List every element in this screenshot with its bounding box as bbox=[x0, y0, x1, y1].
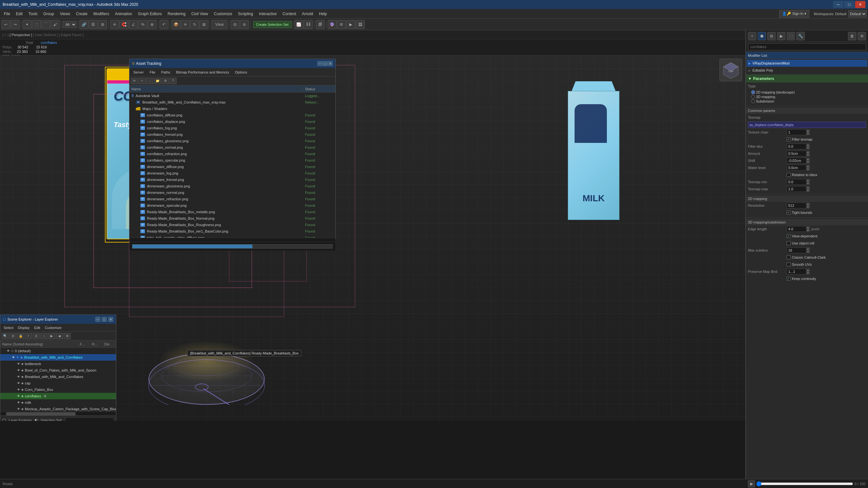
se-item-mockup[interactable]: 👁 ◈ Mockup_Aseptic_Carton_Package_with_S… bbox=[0, 406, 116, 412]
se-minimize-button[interactable]: ─ bbox=[95, 317, 100, 322]
viewport-3d[interactable]: CORNFLAKES Tasty Breakfast GLUTENFREE bbox=[0, 56, 745, 421]
se-item-cornflakes[interactable]: 👁 ◈ cornflakes ❄ bbox=[0, 393, 116, 399]
render-frame-button[interactable]: 🖼 bbox=[356, 20, 365, 29]
curve-editor-button[interactable]: 📈 bbox=[294, 20, 303, 29]
filter-texmap-check[interactable] bbox=[787, 137, 790, 141]
at-row-cornflakes-normal[interactable]: P cornflakes_normal.png Found bbox=[129, 144, 335, 151]
percent-snap-button[interactable]: % bbox=[138, 20, 147, 29]
se-menu-display[interactable]: Display bbox=[16, 325, 32, 330]
lasso-button[interactable]: ⌒ bbox=[41, 20, 50, 29]
at-row-cornflakes-refraction[interactable]: P cornflakes_refraction.png Found bbox=[129, 151, 335, 157]
rp-hierarchy-button[interactable]: ⊞ bbox=[767, 32, 776, 40]
filter-texmap-checkbox[interactable]: Filter texmap bbox=[787, 137, 812, 141]
se-remove-button[interactable]: ⊖ bbox=[33, 333, 40, 339]
se-options-button[interactable]: ⚙ bbox=[64, 333, 71, 339]
at-row-dinnerware-normal[interactable]: P dinnerware_normal.png Found bbox=[129, 189, 335, 196]
rp-trash-button[interactable]: 🗑 bbox=[848, 32, 857, 40]
se-expand-button[interactable]: ▶ bbox=[48, 333, 55, 339]
se-item-cornflakes-box[interactable]: 👁 ◈ Corn_Flakes_Box bbox=[0, 386, 116, 393]
type-2d-radio[interactable] bbox=[751, 90, 755, 94]
move-button[interactable]: ✛ bbox=[181, 20, 190, 29]
se-group-breakfast[interactable]: 👁 ▼ ◉ Breakfast_with_Milk_and_Cornflakes bbox=[0, 354, 116, 361]
max-subdivs-input[interactable] bbox=[787, 248, 806, 253]
classic-check[interactable] bbox=[787, 255, 790, 259]
at-row-cornflakes-specular[interactable]: P cornflakes_specular.png Found bbox=[129, 157, 335, 164]
snap-toggle-button[interactable]: 🧲 bbox=[119, 20, 128, 29]
texmap-min-down[interactable]: ▼ bbox=[806, 182, 810, 185]
relative-bbox-check[interactable] bbox=[787, 173, 790, 177]
type-3d-radio[interactable] bbox=[751, 95, 755, 99]
at-row-dinnerware-specular[interactable]: P dinnerware_specular.png Found bbox=[129, 202, 335, 209]
create-selection-set-button[interactable]: Create Selection Set bbox=[253, 21, 291, 28]
se-item-cap[interactable]: 👁 ◈ cap bbox=[0, 380, 116, 386]
resolution-input[interactable] bbox=[787, 202, 806, 208]
unlink-button[interactable]: ⛓ bbox=[89, 20, 98, 29]
nav-cube[interactable]: TOP bbox=[719, 59, 742, 81]
se-scrollbar-h[interactable] bbox=[0, 412, 116, 416]
align-button[interactable]: ⊜ bbox=[240, 20, 249, 29]
menu-animation[interactable]: Animation bbox=[112, 11, 134, 17]
se-menu-select[interactable]: Select bbox=[2, 325, 16, 330]
at-row-vault[interactable]: 🗄 Autodesk Vault Logged... bbox=[129, 93, 335, 99]
preserve-map-up[interactable]: ▲ bbox=[806, 269, 810, 271]
at-menu-bitmap[interactable]: Bitmap Performance and Memory bbox=[173, 70, 231, 75]
paint-select-button[interactable]: 🖌 bbox=[51, 20, 60, 29]
at-add-button[interactable]: + bbox=[138, 78, 146, 84]
max-subdivs-up[interactable]: ▲ bbox=[806, 248, 810, 250]
at-remove-button[interactable]: - bbox=[146, 78, 153, 84]
parameters-section-header[interactable]: ▼ Parameters bbox=[746, 75, 868, 83]
at-folder-button[interactable]: 📁 bbox=[154, 78, 161, 84]
amount-down[interactable]: ▼ bbox=[806, 154, 810, 156]
se-menu-edit[interactable]: Edit bbox=[32, 325, 42, 330]
rp-create-button[interactable]: + bbox=[748, 32, 756, 40]
at-row-maps-folder[interactable]: Maps / Shaders bbox=[129, 105, 335, 112]
rp-parameters-scroll[interactable]: ▼ Parameters Type 2D mapping (landscape)… bbox=[746, 75, 868, 479]
menu-rendering[interactable]: Rendering bbox=[165, 11, 188, 17]
at-row-dinnerware-glossiness[interactable]: P dinnerware_glossiness.png Found bbox=[129, 183, 335, 189]
scale-button[interactable]: ⊠ bbox=[199, 20, 209, 29]
at-row-cornflakes-diffuse[interactable]: P cornflakes_diffuse.png Found bbox=[129, 112, 335, 118]
at-menu-server[interactable]: Server bbox=[131, 70, 146, 75]
view-label-toggle[interactable]: View bbox=[211, 20, 227, 29]
se-collapse-button[interactable]: ◀ bbox=[56, 333, 63, 339]
at-row-dinnerware-refraction[interactable]: P dinnerware_refraction.png Found bbox=[129, 196, 335, 202]
at-close-button[interactable]: ✕ bbox=[328, 61, 333, 66]
tight-bounds-check[interactable] bbox=[787, 210, 790, 215]
modifier-editable-poly[interactable]: ► Editable Poly bbox=[747, 67, 867, 74]
texmap-min-input[interactable] bbox=[787, 179, 806, 185]
view-dependent-check[interactable] bbox=[787, 234, 790, 238]
water-level-up[interactable]: ▲ bbox=[806, 165, 810, 168]
transform-gizmo-button[interactable]: ✛ bbox=[110, 20, 119, 29]
select-region-button[interactable]: ⬚ bbox=[32, 20, 41, 29]
menu-create[interactable]: Create bbox=[73, 11, 90, 17]
texmap-max-input[interactable] bbox=[787, 186, 806, 192]
menu-modifiers[interactable]: Modifiers bbox=[91, 11, 112, 17]
spinner-snap-button[interactable]: ⊕ bbox=[148, 20, 157, 29]
undo-button[interactable]: ↩ bbox=[1, 20, 10, 29]
type-3d-option[interactable]: 3D mapping bbox=[751, 95, 866, 99]
menu-help[interactable]: Help bbox=[316, 11, 330, 17]
rotate-button[interactable]: ↻ bbox=[190, 20, 199, 29]
edge-length-up[interactable]: ▲ bbox=[806, 226, 810, 229]
dope-sheet-button[interactable]: 🎞 bbox=[304, 20, 313, 29]
undo-scene-button[interactable]: ↶ bbox=[159, 20, 168, 29]
at-row-readymade-basecolor[interactable]: P Ready-Made_Breakfasts_Box_ver1_BaseCol… bbox=[129, 228, 335, 234]
maximize-button[interactable]: □ bbox=[844, 1, 855, 8]
se-item-bottleneck[interactable]: 👁 ◈ bottleneck bbox=[0, 361, 116, 367]
menu-customize[interactable]: Customize bbox=[211, 11, 235, 17]
smooth-uvs-checkbox[interactable]: Smooth UVs bbox=[787, 263, 812, 266]
common-params-header[interactable]: Common params bbox=[746, 107, 868, 114]
preserve-map-input[interactable] bbox=[787, 269, 806, 274]
link-button[interactable]: 🔗 bbox=[80, 20, 88, 29]
edge-length-input[interactable] bbox=[787, 226, 806, 232]
shift-input[interactable] bbox=[787, 158, 806, 164]
at-menu-options[interactable]: Options bbox=[232, 70, 250, 75]
selection-set-input[interactable] bbox=[65, 417, 114, 421]
bind-space-button[interactable]: ⊞ bbox=[98, 20, 107, 29]
rp-display-button[interactable]: ⬚ bbox=[787, 32, 795, 40]
at-restore-button[interactable]: □ bbox=[322, 61, 328, 66]
filter-blur-up[interactable]: ▲ bbox=[806, 143, 810, 147]
at-row-readymade-normal[interactable]: P Ready-Made_Breakfasts_Box_Normal.png F… bbox=[129, 215, 335, 222]
menu-graph-editors[interactable]: Graph Editors bbox=[135, 11, 164, 17]
texmap-max-up[interactable]: ▲ bbox=[806, 186, 810, 189]
